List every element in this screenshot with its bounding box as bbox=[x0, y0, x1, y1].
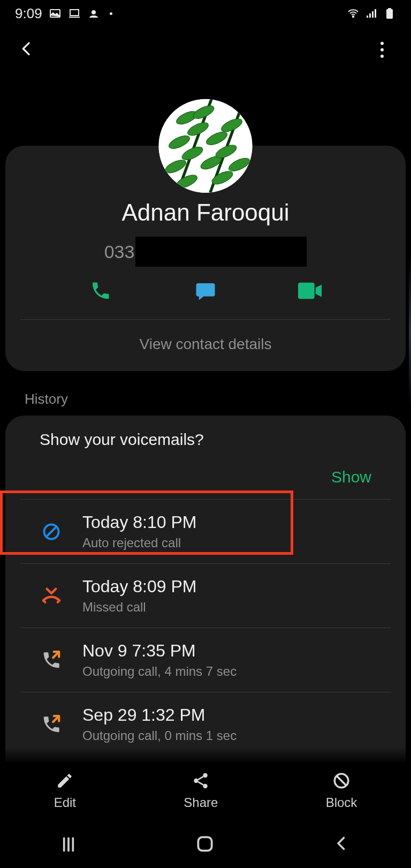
edge-panel-handle[interactable] bbox=[409, 256, 411, 408]
block-button[interactable]: Block bbox=[326, 772, 357, 810]
svg-rect-37 bbox=[198, 837, 211, 850]
call-detail: Outgoing call, 0 mins 1 sec bbox=[82, 728, 237, 743]
bottom-toolbar: Edit Share Block bbox=[0, 762, 411, 820]
svg-point-3 bbox=[353, 16, 354, 18]
call-history-item[interactable]: Nov 9 7:35 PMOutgoing call, 4 mins 7 sec bbox=[20, 628, 391, 692]
phone-number-redacted bbox=[135, 237, 307, 267]
call-time: Nov 9 7:35 PM bbox=[82, 641, 237, 661]
call-time: Sep 29 1:32 PM bbox=[82, 705, 237, 725]
contact-avatar[interactable] bbox=[159, 99, 253, 193]
video-icon bbox=[298, 282, 323, 300]
call-detail: Auto rejected call bbox=[82, 535, 196, 550]
message-button[interactable] bbox=[193, 278, 218, 303]
status-bar: 9:09 bbox=[0, 0, 411, 27]
call-time: Today 8:10 PM bbox=[82, 512, 196, 532]
contact-name: Adnan Farooqui bbox=[5, 199, 406, 226]
svg-rect-4 bbox=[367, 16, 368, 18]
call-type-icon bbox=[40, 584, 63, 608]
svg-rect-1 bbox=[70, 10, 79, 16]
video-call-button[interactable] bbox=[298, 278, 323, 303]
chevron-left-icon bbox=[332, 834, 351, 853]
edit-label: Edit bbox=[54, 795, 76, 810]
dot-icon bbox=[380, 48, 384, 51]
chevron-left-icon bbox=[18, 37, 35, 60]
call-detail: Outgoing call, 4 mins 7 sec bbox=[82, 664, 237, 679]
share-button[interactable]: Share bbox=[184, 772, 218, 810]
svg-rect-5 bbox=[369, 13, 371, 18]
history-section-label: History bbox=[25, 391, 68, 407]
call-history-item[interactable]: Today 8:09 PMMissed call bbox=[20, 564, 391, 628]
voicemail-question: Show your voicemails? bbox=[40, 431, 371, 449]
contact-phone-row[interactable]: 033 bbox=[5, 237, 406, 267]
svg-rect-9 bbox=[388, 8, 391, 10]
dot-icon bbox=[380, 42, 384, 45]
call-detail: Missed call bbox=[82, 600, 196, 615]
svg-point-29 bbox=[203, 773, 208, 778]
back-nav-button[interactable] bbox=[332, 834, 353, 855]
rejected-icon bbox=[42, 522, 61, 541]
view-contact-details-button[interactable]: View contact details bbox=[5, 320, 406, 356]
more-options-button[interactable] bbox=[371, 39, 393, 61]
call-history-item[interactable]: Sep 29 1:32 PMOutgoing call, 0 mins 1 se… bbox=[20, 692, 391, 756]
call-type-icon bbox=[40, 520, 63, 544]
svg-line-33 bbox=[337, 776, 346, 786]
svg-line-28 bbox=[47, 527, 56, 537]
outgoing-call-icon bbox=[41, 714, 62, 735]
block-icon bbox=[332, 772, 351, 790]
picture-icon bbox=[49, 7, 62, 20]
share-icon bbox=[192, 772, 210, 790]
home-icon bbox=[195, 834, 215, 854]
history-card: Show your voicemails? Show Today 8:10 PM… bbox=[5, 416, 406, 772]
edit-button[interactable]: Edit bbox=[54, 772, 76, 810]
back-button[interactable] bbox=[18, 37, 35, 62]
call-type-icon bbox=[40, 713, 63, 736]
phone-icon bbox=[90, 280, 111, 301]
call-type-icon bbox=[40, 648, 63, 672]
call-button[interactable] bbox=[88, 278, 113, 303]
voicemail-show-button[interactable]: Show bbox=[40, 449, 371, 486]
voicemail-prompt: Show your voicemails? Show bbox=[20, 416, 391, 500]
phone-number-visible: 033 bbox=[104, 241, 135, 262]
android-nav-bar bbox=[0, 821, 411, 868]
missed-call-icon bbox=[41, 585, 62, 607]
svg-rect-8 bbox=[386, 9, 393, 19]
weather-icon bbox=[87, 7, 100, 20]
wifi-icon bbox=[347, 7, 360, 20]
notification-dot bbox=[110, 12, 112, 15]
call-history-item[interactable]: Today 8:10 PMAuto rejected call bbox=[20, 500, 391, 564]
avatar-image bbox=[159, 99, 253, 193]
outgoing-call-icon bbox=[41, 650, 62, 670]
svg-rect-6 bbox=[372, 11, 374, 18]
battery-icon bbox=[383, 7, 396, 20]
dot-icon bbox=[380, 55, 384, 58]
svg-rect-7 bbox=[375, 9, 376, 18]
svg-point-31 bbox=[203, 784, 208, 789]
status-time: 9:09 bbox=[15, 5, 42, 22]
svg-point-2 bbox=[92, 10, 96, 14]
svg-rect-26 bbox=[298, 283, 315, 299]
app-top-bar bbox=[0, 37, 411, 62]
svg-point-30 bbox=[194, 779, 199, 783]
home-nav-button[interactable] bbox=[195, 834, 216, 855]
recents-nav-button[interactable] bbox=[58, 834, 79, 855]
chat-icon bbox=[194, 280, 217, 302]
call-time: Today 8:09 PM bbox=[82, 577, 196, 597]
pencil-icon bbox=[56, 772, 74, 790]
block-label: Block bbox=[326, 795, 357, 810]
laptop-icon bbox=[68, 7, 81, 20]
share-label: Share bbox=[184, 795, 218, 810]
signal-icon bbox=[365, 7, 378, 20]
recents-icon bbox=[58, 834, 79, 855]
